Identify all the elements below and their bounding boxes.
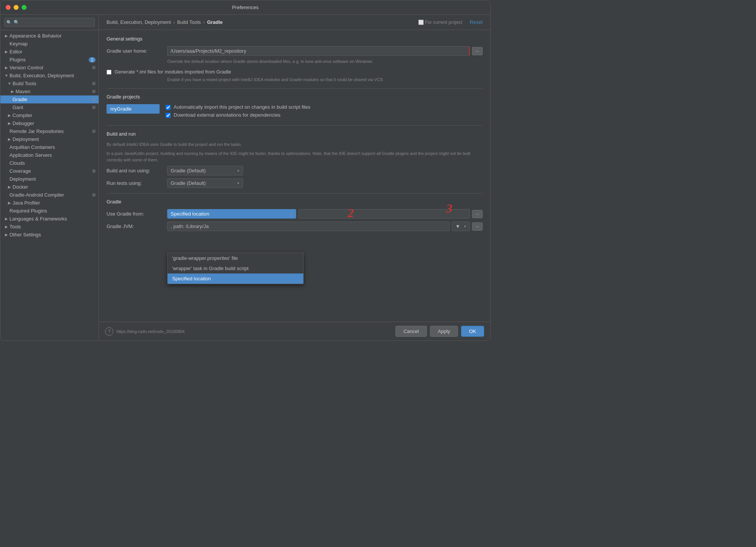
build-tools-icon: ⊞ (92, 81, 96, 86)
gradle-user-home-input[interactable] (167, 46, 470, 56)
close-button[interactable] (6, 5, 11, 10)
build-run-desc1: By default IntelliJ IDEA uses Gradle to … (107, 141, 483, 148)
build-run-using-row: Build and run using: Gradle (Default) (107, 166, 483, 175)
apply-button[interactable]: Apply (430, 326, 458, 337)
bottom-bar: ? https://blog.csdn.net/csdn_20150804 Ca… (99, 322, 490, 341)
generate-iml-checkbox[interactable] (107, 70, 111, 75)
dropdown-item-wrapper-properties[interactable]: 'gradle-wrapper.properties' file (168, 253, 303, 263)
maven-icon: ⊞ (92, 89, 96, 94)
status-url: https://blog.csdn.net/csdn_20150804 (116, 329, 185, 334)
gradle-location-input[interactable] (298, 209, 470, 219)
use-gradle-from-label: Use Gradle from: (107, 211, 167, 217)
sidebar-item-arquillian[interactable]: Arquillian Containers (0, 143, 99, 151)
sidebar-item-deployment2[interactable]: Deployment (0, 175, 99, 183)
sidebar-item-appearance[interactable]: ▶ Appearance & Behavior (0, 32, 99, 40)
project-item-mygradle[interactable]: myGradle (107, 104, 160, 114)
divider-1 (107, 88, 483, 89)
arrow-icon: ▶ (3, 66, 9, 70)
gant-icon: ⊞ (92, 105, 96, 110)
content-area: Build, Execution, Deployment › Build Too… (99, 15, 490, 341)
sidebar-item-docker[interactable]: ▶ Docker (0, 183, 99, 191)
help-button[interactable]: ? (105, 327, 113, 336)
sidebar-item-gradle-android[interactable]: Gradle-Android Compiler ⊞ (0, 191, 99, 199)
sidebar-item-plugins[interactable]: Plugins 2 (0, 56, 99, 64)
sidebar-item-deployment[interactable]: ▶ Deployment (0, 135, 99, 143)
gradle-jvm-row: Gradle JVM: ▼ ··· (107, 222, 483, 231)
search-icon: 🔍 (6, 20, 12, 25)
gradle-icon: ⊞ (92, 97, 96, 102)
minimize-button[interactable] (14, 5, 19, 10)
download-annotations-label: Download external annotations for depend… (174, 112, 281, 118)
sidebar-item-editor[interactable]: ▶ Editor (0, 48, 99, 56)
sidebar-item-clouds[interactable]: Clouds (0, 159, 99, 167)
sidebar-item-gradle[interactable]: Gradle ⊞ (0, 95, 99, 103)
sidebar-item-languages[interactable]: ▶ Languages & Frameworks (0, 215, 99, 223)
auto-import-label: Automatically import this project on cha… (174, 104, 311, 110)
preferences-window: Preferences 🔍 ▶ Appearance & Behavior (0, 0, 491, 341)
vcs-icon: ⊞ (92, 65, 96, 70)
gradle-user-home-controls: ··· (167, 46, 483, 56)
cancel-button[interactable]: Cancel (395, 326, 427, 337)
maximize-button[interactable] (22, 5, 27, 10)
sidebar-item-maven[interactable]: ▶ Maven ⊞ (0, 88, 99, 95)
sidebar-item-compiler[interactable]: ▶ Compiler (0, 111, 99, 119)
breadcrumb-right: ⬜ For current project Reset (418, 19, 483, 25)
build-run-title: Build and run (107, 131, 483, 137)
gradle-location-browse-button[interactable]: ··· (472, 210, 483, 218)
build-run-using-label: Build and run using: (107, 168, 167, 173)
download-annotations-row: Download external annotations for depend… (166, 112, 483, 118)
sidebar-item-required-plugins[interactable]: Required Plugins (0, 207, 99, 215)
titlebar-buttons (6, 5, 27, 10)
build-run-desc2: In a pure Java/Kotlin project, building … (107, 150, 483, 163)
build-run-using-select[interactable]: Gradle (Default) (167, 166, 243, 175)
gradle-section-title: Gradle (107, 199, 483, 205)
arrow-icon: ▶ (6, 113, 13, 117)
sidebar-item-coverage[interactable]: Coverage ⊞ (0, 167, 99, 175)
sidebar-item-version-control[interactable]: ▶ Version Control ⊞ (0, 64, 99, 72)
coverage-icon: ⊞ (92, 169, 96, 173)
sidebar-item-build-exec-deploy[interactable]: ▼ Build, Execution, Deployment (0, 72, 99, 80)
gradle-user-home-label: Gradle user home: (107, 48, 167, 54)
gradle-from-dropdown: 'gradle-wrapper.properties' file 'wrappe… (167, 253, 304, 284)
sidebar-item-app-servers[interactable]: Application Servers (0, 151, 99, 159)
gradle-jvm-browse-button[interactable]: ··· (472, 222, 483, 231)
for-current-project: ⬜ For current project (418, 20, 462, 25)
run-tests-select[interactable]: Gradle (Default) (167, 178, 243, 188)
arrow-icon: ▶ (6, 185, 13, 189)
ok-button[interactable]: OK (461, 326, 484, 337)
sidebar-item-gant[interactable]: Gant ⊞ (0, 103, 99, 111)
search-input[interactable] (4, 18, 95, 27)
sidebar-item-remote-jar[interactable]: Remote Jar Repositories ⊞ (0, 127, 99, 135)
gradle-section: Gradle Use Gradle from: Specified locati… (107, 199, 483, 231)
use-gradle-from-select[interactable]: Specified location (167, 209, 296, 219)
breadcrumb-part1: Build, Execution, Deployment (107, 19, 171, 25)
gradle-user-home-hint: Override the default location where Grad… (167, 59, 483, 64)
arrow-icon: ▶ (3, 50, 9, 54)
gradle-jvm-input[interactable] (167, 222, 450, 231)
build-run-using-control: Gradle (Default) (167, 166, 483, 175)
reset-button[interactable]: Reset (470, 19, 483, 25)
sidebar-tree: ▶ Appearance & Behavior Keymap ▶ Editor (0, 30, 99, 341)
run-tests-using-control: Gradle (Default) (167, 178, 483, 188)
gradle-user-home-browse-button[interactable]: ··· (472, 47, 483, 55)
sidebar-item-tools[interactable]: ▶ Tools (0, 223, 99, 231)
sidebar-item-debugger[interactable]: ▶ Debugger (0, 119, 99, 127)
sidebar-item-build-tools[interactable]: ▼ Build Tools ⊞ (0, 80, 99, 88)
auto-import-checkbox[interactable] (166, 105, 171, 110)
download-annotations-checkbox[interactable] (166, 113, 171, 118)
sidebar-item-other-settings[interactable]: ▶ Other Settings (0, 231, 99, 239)
arrow-icon: ▶ (6, 201, 13, 205)
content-body: General settings Gradle user home: ··· O… (99, 30, 490, 322)
arrow-icon: ▼ (6, 81, 13, 86)
arrow-icon: ▶ (3, 217, 9, 221)
gradle-jvm-select[interactable]: ▼ (452, 222, 470, 231)
projects-section: myGradle Automatically import this proje… (107, 104, 483, 120)
dropdown-item-specified-location[interactable]: Specified location (168, 274, 303, 284)
gradle-user-home-row: Gradle user home: ··· (107, 46, 483, 56)
arrow-icon: ▶ (3, 233, 9, 237)
use-gradle-from-row: Use Gradle from: Specified location ··· … (107, 209, 483, 219)
sidebar-item-java-profiler[interactable]: ▶ Java Profiler (0, 199, 99, 207)
run-tests-select-wrap: Gradle (Default) (167, 178, 243, 188)
sidebar-item-keymap[interactable]: Keymap (0, 40, 99, 48)
dropdown-item-wrapper-task[interactable]: 'wrapper' task in Gradle build script (168, 263, 303, 274)
